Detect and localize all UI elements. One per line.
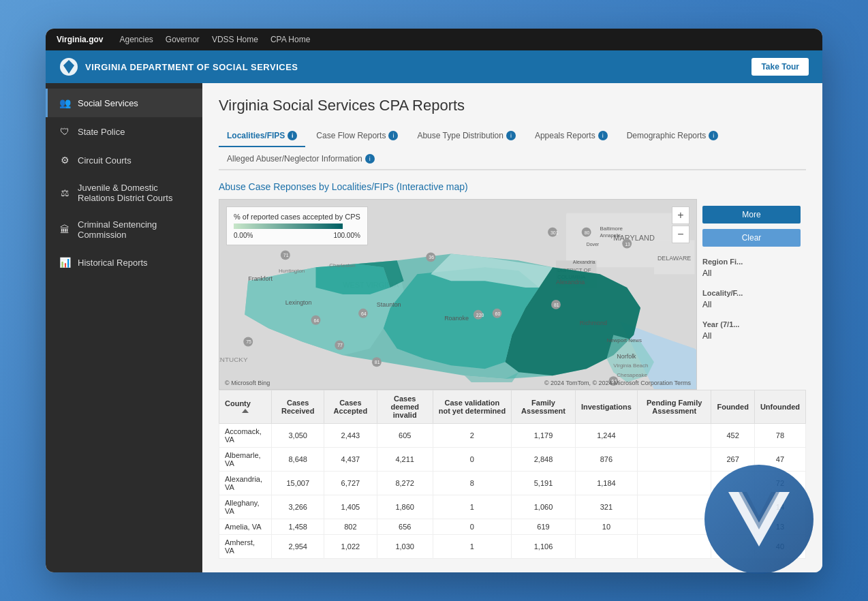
people-icon: 👥	[59, 97, 71, 109]
vdss-home-link[interactable]: VDSS Home	[212, 35, 258, 44]
table-row[interactable]: Alexandria, VA15,0076,7278,27285,1911,18…	[219, 472, 806, 495]
data-cell	[711, 495, 754, 519]
gear-icon: ⚙	[59, 154, 71, 166]
svg-text:Roanoke: Roanoke	[444, 315, 469, 322]
sidebar-label-juvenile-domestic: Juvenile & Domestic Relations District C…	[78, 183, 191, 203]
clear-button[interactable]: Clear	[702, 229, 801, 247]
data-cell: 1,405	[324, 495, 377, 519]
table-row[interactable]: Alleghany, VA3,2661,4051,86011,06032114	[219, 495, 806, 519]
data-cell: 605	[377, 424, 433, 448]
year-filter-group: Year (7/1... All	[702, 320, 801, 341]
county-cell: Alexandria, VA	[219, 472, 272, 495]
data-cell: 1,860	[377, 495, 433, 519]
data-cell: 1	[433, 495, 511, 519]
data-cell: 0	[433, 448, 511, 472]
data-cell: 1,244	[575, 424, 637, 448]
region-filter-value[interactable]: All	[702, 268, 801, 278]
sidebar-label-historical-reports: Historical Reports	[78, 258, 148, 268]
data-cell: 8,648	[272, 448, 324, 472]
content-area: Virginia Social Services CPA Reports Loc…	[202, 83, 822, 572]
data-cell: 40	[754, 535, 805, 559]
site-header: VIRGINIA DEPARTMENT OF SOCIAL SERVICES T…	[46, 50, 822, 83]
header-title: VIRGINIA DEPARTMENT OF SOCIAL SERVICES	[85, 62, 298, 72]
year-filter-value[interactable]: All	[702, 331, 801, 341]
data-cell: 14	[754, 495, 805, 519]
tab-case-flow[interactable]: Case Flow Reports i	[308, 125, 406, 147]
county-cell: Amelia, VA	[219, 519, 272, 535]
agencies-link[interactable]: Agencies	[119, 35, 153, 44]
top-navigation-bar: Virginia.gov Agencies Governor VDSS Home…	[46, 29, 822, 50]
col-header-investigations: Investigations	[575, 390, 637, 424]
svg-text:Alexandria: Alexandria	[556, 279, 585, 286]
data-cell	[637, 424, 711, 448]
county-cell: Alleghany, VA	[219, 495, 272, 519]
chart-icon: 📊	[59, 256, 71, 268]
county-sort-arrow[interactable]	[242, 409, 249, 413]
data-cell: 802	[324, 519, 377, 535]
table-row[interactable]: Amherst, VA2,9541,0221,03011,10640	[219, 535, 806, 559]
svg-text:Norfolk: Norfolk	[617, 353, 636, 360]
svg-text:64: 64	[314, 318, 320, 323]
locality-filter-label: Locality/F...	[702, 289, 801, 297]
data-cell: 267	[711, 448, 754, 472]
localities-info-icon[interactable]: i	[288, 131, 297, 140]
tab-localities-fips[interactable]: Localities/FIPS i	[219, 125, 305, 147]
sidebar-item-criminal-sentencing[interactable]: 🏛 Criminal Sentencing Commission	[46, 211, 202, 248]
data-cell: 656	[377, 519, 433, 535]
col-header-unfounded: Unfounded	[754, 390, 805, 424]
data-cell: 1,060	[512, 495, 576, 519]
data-cell: 78	[754, 424, 805, 448]
data-cell	[637, 472, 711, 495]
header-logo: VIRGINIA DEPARTMENT OF SOCIAL SERVICES	[59, 57, 298, 76]
interactive-map[interactable]: % of reported cases accepted by CPS 0.00…	[219, 199, 697, 390]
data-cell: 4,437	[324, 448, 377, 472]
svg-text:Chesapeake: Chesapeake	[617, 372, 647, 378]
col-header-family-assessment: Family Assessment	[512, 390, 576, 424]
governor-link[interactable]: Governor	[166, 35, 200, 44]
data-cell: 8,272	[377, 472, 433, 495]
col-header-pending-family: Pending Family Assessment	[637, 390, 711, 424]
appeals-info-icon[interactable]: i	[598, 131, 608, 140]
data-cell: 1,030	[377, 535, 433, 559]
legend-title: % of reported cases accepted by CPS	[234, 213, 360, 221]
svg-text:Virginia Beach: Virginia Beach	[613, 363, 648, 369]
more-button[interactable]: More	[702, 206, 801, 224]
data-cell: 10	[575, 519, 637, 535]
tab-appeals[interactable]: Appeals Reports i	[527, 125, 616, 147]
table-row[interactable]: Accomack, VA3,0502,44360521,1791,2444527…	[219, 424, 806, 448]
svg-text:Alexandria: Alexandria	[573, 260, 595, 264]
data-cell: 2	[433, 424, 511, 448]
locality-filter-value[interactable]: All	[702, 300, 801, 309]
sidebar-item-social-services[interactable]: 👥 Social Services	[46, 89, 202, 117]
sidebar-item-circuit-courts[interactable]: ⚙ Circuit Courts	[46, 146, 202, 174]
tab-abuse-type[interactable]: Abuse Type Distribution i	[409, 125, 524, 147]
data-cell: 2,954	[272, 535, 324, 559]
zoom-out-button[interactable]: −	[672, 226, 689, 243]
locality-filter-group: Locality/F... All	[702, 289, 801, 309]
data-table: County Cases Received Cases Accepted Cas…	[219, 390, 806, 559]
sidebar-label-state-police: State Police	[78, 127, 125, 137]
data-cell: 47	[754, 448, 805, 472]
take-tour-button[interactable]: Take Tour	[751, 58, 809, 76]
sidebar-item-state-police[interactable]: 🛡 State Police	[46, 117, 202, 146]
tab-alleged-abuser[interactable]: Alleged Abuser/Neglector Information i	[219, 149, 383, 170]
data-cell: 1,179	[512, 424, 576, 448]
legend-labels: 0.00% 100.00%	[234, 232, 360, 239]
sidebar-item-juvenile-domestic[interactable]: ⚖ Juvenile & Domestic Relations District…	[46, 174, 202, 211]
alleged-abuser-info-icon[interactable]: i	[365, 154, 375, 164]
table-row[interactable]: Amelia, VA1,45880265606191013	[219, 519, 806, 535]
demographic-info-icon[interactable]: i	[709, 131, 718, 140]
site-name: Virginia.gov	[57, 35, 103, 44]
abuse-type-info-icon[interactable]: i	[506, 131, 516, 140]
data-cell	[637, 495, 711, 519]
cpa-home-link[interactable]: CPA Home	[270, 35, 310, 44]
sidebar-label-circuit-courts: Circuit Courts	[78, 155, 131, 166]
table-row[interactable]: Albemarle, VA8,6484,4374,21102,848876267…	[219, 448, 806, 472]
vdss-logo-icon	[59, 57, 78, 76]
year-filter-label: Year (7/1...	[702, 320, 801, 328]
sidebar-item-historical-reports[interactable]: 📊 Historical Reports	[46, 248, 202, 277]
data-cell: 6,727	[324, 472, 377, 495]
caseflow-info-icon[interactable]: i	[388, 131, 398, 140]
tab-demographic[interactable]: Demographic Reports i	[619, 125, 727, 147]
zoom-in-button[interactable]: +	[672, 206, 689, 224]
